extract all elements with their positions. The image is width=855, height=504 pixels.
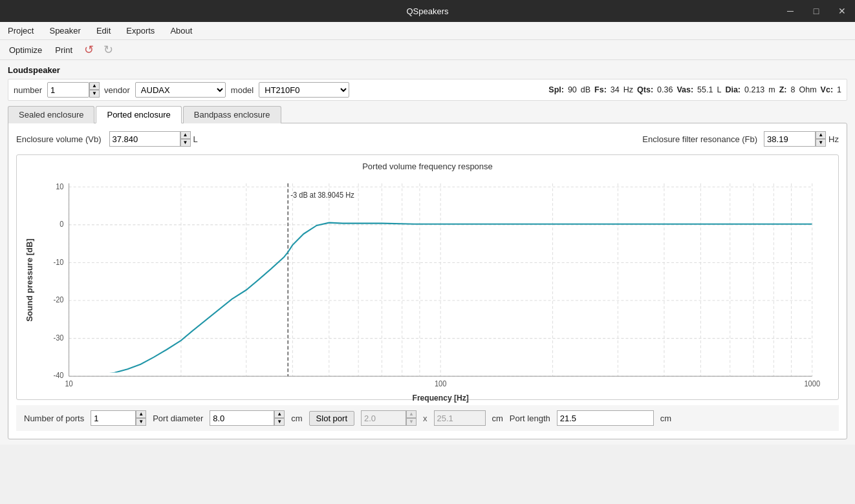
enc-vol-up-btn[interactable]: ▲ [180, 131, 191, 139]
port-diameter-label: Port diameter [153, 414, 203, 423]
redo-icon[interactable]: ↻ [101, 43, 115, 57]
menu-about[interactable]: About [168, 25, 195, 37]
slot-h-input[interactable] [434, 410, 486, 426]
enclosure-volume-input[interactable] [109, 131, 180, 147]
chart-container: Ported volume frequency response [16, 154, 839, 400]
svg-text:-20: -20 [53, 296, 63, 304]
menu-exports[interactable]: Exports [124, 25, 157, 37]
svg-text:-30: -30 [53, 333, 63, 341]
svg-text:-10: -10 [53, 258, 63, 266]
fs-value: 34 [611, 85, 620, 94]
svg-text:Frequency [Hz]: Frequency [Hz] [413, 394, 469, 403]
filter-resonance-group: ▲ ▼ Hz [764, 131, 839, 147]
number-down-btn[interactable]: ▼ [89, 90, 100, 98]
print-button[interactable]: Print [51, 44, 76, 56]
enclosure-volume-unit: L [193, 134, 198, 144]
main-content: Loudspeaker number ▲ ▼ vendor AUDAX SEAS… [0, 60, 855, 445]
model-select[interactable]: HT210F0 HT210F1 [259, 82, 349, 98]
z-label: Z: [779, 85, 787, 94]
model-label: model [231, 85, 254, 95]
dia-unit: m [768, 85, 775, 94]
toolbar: Optimize Print ↺ ↻ [0, 40, 855, 60]
vendor-label: vendor [104, 85, 130, 95]
frequency-response-chart: 10 0 -10 -20 -30 -40 10 100 1000 Frequen… [23, 176, 832, 408]
vc-label: Vc: [821, 85, 833, 94]
enclosure-volume-spinner: ▲ ▼ [180, 131, 191, 147]
dia-value: 0.213 [744, 85, 764, 94]
num-ports-input[interactable] [91, 410, 136, 426]
vas-value: 55.1 [697, 85, 713, 94]
maximize-button[interactable]: □ [803, 0, 829, 22]
slot-w-group: ▲ ▼ [361, 410, 417, 426]
menu-edit[interactable]: Edit [94, 25, 113, 37]
slot-h-unit: cm [492, 414, 503, 423]
port-diameter-spinner: ▲ ▼ [274, 410, 285, 426]
filter-resonance-spinner: ▲ ▼ [816, 131, 826, 147]
qts-value: 0.36 [657, 85, 673, 94]
port-diam-up[interactable]: ▲ [274, 410, 285, 418]
filter-resonance-unit: Hz [828, 134, 839, 144]
svg-text:Sound pressure [dB]: Sound pressure [dB] [26, 238, 34, 322]
spl-value: 90 [568, 85, 577, 94]
chart-title: Ported volume frequency response [23, 162, 832, 171]
title-bar: QSpeakers ─ □ ✕ [0, 0, 855, 22]
port-length-unit: cm [660, 414, 671, 423]
svg-text:-40: -40 [53, 372, 63, 379]
slot-port-button[interactable]: Slot port [309, 411, 354, 426]
z-value: 8 [791, 85, 795, 94]
window-title: QSpeakers [406, 6, 448, 16]
loudspeaker-section-title: Loudspeaker [8, 65, 847, 75]
svg-text:0: 0 [60, 220, 63, 228]
num-ports-down[interactable]: ▼ [136, 418, 146, 426]
svg-text:10: 10 [56, 182, 63, 190]
port-diam-down[interactable]: ▼ [274, 418, 285, 426]
num-ports-up[interactable]: ▲ [136, 410, 146, 418]
spl-label: Spl: [548, 85, 564, 94]
slot-w-input[interactable] [361, 410, 406, 426]
ported-enclosure-panel: Enclosure volume (Vb) ▲ ▼ L Enclosure fi… [8, 123, 847, 439]
spl-unit: dB [581, 85, 590, 94]
fs-label: Fs: [594, 85, 607, 94]
port-diameter-input[interactable] [210, 410, 274, 426]
loudspeaker-row: number ▲ ▼ vendor AUDAX SEAS Peerless Vi… [8, 79, 847, 101]
dia-label: Dia: [725, 85, 741, 94]
port-length-label: Port length [510, 414, 550, 423]
port-diameter-unit: cm [291, 414, 302, 423]
menu-bar: Project Speaker Edit Exports About [0, 22, 855, 40]
fs-unit: Hz [623, 85, 633, 94]
optimize-button[interactable]: Optimize [5, 44, 46, 56]
number-input[interactable] [47, 82, 89, 98]
slot-w-up[interactable]: ▲ [406, 410, 417, 418]
menu-speaker[interactable]: Speaker [47, 25, 83, 37]
port-diameter-group: ▲ ▼ [210, 410, 285, 426]
fb-down-btn[interactable]: ▼ [816, 139, 826, 147]
num-ports-spinner: ▲ ▼ [136, 410, 146, 426]
close-button[interactable]: ✕ [829, 0, 855, 22]
minimize-button[interactable]: ─ [777, 0, 803, 22]
enclosure-volume-group: ▲ ▼ L [109, 131, 198, 147]
vas-unit: L [717, 85, 721, 94]
tab-sealed[interactable]: Sealed enclosure [8, 106, 94, 123]
number-up-btn[interactable]: ▲ [89, 82, 100, 90]
num-ports-label: Number of ports [24, 414, 84, 423]
svg-text:10: 10 [65, 380, 72, 388]
port-length-input[interactable] [557, 410, 654, 426]
slot-w-down[interactable]: ▼ [406, 418, 417, 426]
tab-ported[interactable]: Ported enclosure [96, 106, 181, 123]
number-spinner: ▲ ▼ [89, 82, 100, 98]
fb-up-btn[interactable]: ▲ [816, 131, 826, 139]
num-ports-group: ▲ ▼ [91, 410, 146, 426]
slot-w-spinner: ▲ ▼ [406, 410, 417, 426]
vendor-select[interactable]: AUDAX SEAS Peerless Vifa [135, 82, 226, 98]
menu-project[interactable]: Project [5, 25, 36, 37]
enclosure-volume-label: Enclosure volume (Vb) [16, 134, 102, 144]
vc-value: 1 [837, 85, 841, 94]
svg-text:100: 100 [435, 380, 446, 388]
number-input-group: ▲ ▼ [47, 82, 99, 98]
x-separator: x [423, 414, 428, 423]
tab-bandpass[interactable]: Bandpass enclosure [183, 106, 281, 123]
filter-resonance-input[interactable] [764, 131, 816, 147]
enc-vol-down-btn[interactable]: ▼ [180, 139, 191, 147]
enclosure-controls: Enclosure volume (Vb) ▲ ▼ L Enclosure fi… [16, 131, 839, 147]
undo-icon[interactable]: ↺ [81, 43, 96, 57]
